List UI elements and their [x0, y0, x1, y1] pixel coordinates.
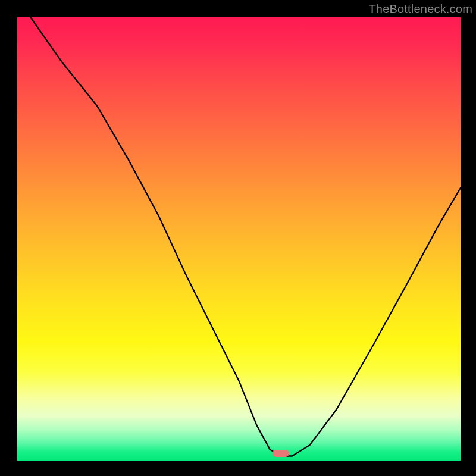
gradient-background: [17, 17, 461, 461]
chart-container: TheBottleneck.com: [0, 0, 476, 476]
watermark-text: TheBottleneck.com: [368, 2, 472, 16]
minimum-marker: [273, 450, 289, 457]
